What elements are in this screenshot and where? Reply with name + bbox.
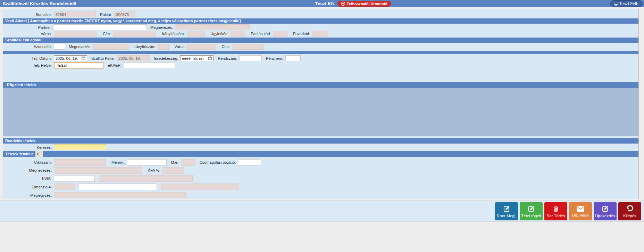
exit-button[interactable]: Kilépés bbox=[618, 202, 641, 220]
ship-megnevezes-field bbox=[93, 44, 129, 50]
customer-address-row: Város: Cím: Irányítószám: Ügyletkód: Par… bbox=[3, 31, 638, 37]
fuvarkod-label: Fuvarkód: bbox=[293, 32, 310, 36]
raktar-field bbox=[114, 11, 135, 17]
telj-helye-label: Telj. Helye: bbox=[3, 63, 52, 67]
item-entry-header: Tételek felvitele 0 bbox=[3, 151, 638, 157]
csomagolasi-label: Csomagolási pozíció: bbox=[200, 160, 236, 164]
esedekesseg-label: Esedékesség: bbox=[154, 56, 178, 60]
edit-icon bbox=[527, 205, 535, 213]
megjegyzes-field bbox=[54, 192, 186, 198]
kereses-label: Keresés: bbox=[3, 145, 52, 149]
partner-label: Partner: bbox=[3, 25, 52, 30]
edit-icon bbox=[601, 205, 609, 213]
plus-circle-icon bbox=[341, 1, 345, 6]
kvis-label: KVIS: bbox=[3, 177, 52, 181]
calendar-icon bbox=[208, 56, 212, 60]
button-label: Biz. vége bbox=[572, 213, 588, 217]
serial-row: Sorszám: Raktár: bbox=[3, 11, 638, 18]
fulfillment-place-row: Telj. Helye: EKAER: bbox=[3, 62, 638, 68]
partner-megnevezes-label: Megnevezés: bbox=[150, 25, 173, 30]
calendar-icon bbox=[82, 56, 85, 60]
szallito-kelte-field bbox=[117, 55, 150, 61]
section-divider bbox=[3, 51, 638, 54]
cikkszam-field bbox=[54, 159, 106, 166]
search-input[interactable] bbox=[54, 144, 106, 150]
ekaer-label: EKAER: bbox=[108, 63, 122, 67]
partner-input[interactable] bbox=[54, 24, 147, 30]
megjegyzes-label: Megjegyzés: bbox=[3, 193, 52, 197]
szallito-kelte-label: Szállító Kelte: bbox=[91, 56, 115, 60]
azonosito-label: Azonosító: bbox=[3, 44, 52, 49]
csomagolasi-input[interactable] bbox=[238, 159, 261, 166]
action-buttons: 5 sor Megj. Tétel rögzít Sor Törlés Biz.… bbox=[495, 202, 641, 220]
me-field bbox=[182, 159, 195, 166]
me-label: M.e.: bbox=[171, 160, 179, 164]
menny-label: Menny.: bbox=[111, 160, 125, 164]
dimenzio-label: Dimenzio 4: bbox=[3, 185, 52, 189]
ship-cim-label: Cím: bbox=[221, 44, 229, 49]
sorszam-field bbox=[54, 11, 96, 17]
ship-iranyitoszam-label: Irányítószám: bbox=[133, 44, 156, 49]
telj-datum-value: 2025. 06. 19. bbox=[56, 56, 78, 60]
cikkszam-label: Cikkszám: bbox=[3, 160, 52, 164]
paritas-label: Paritás kód: bbox=[251, 32, 271, 36]
edit-icon bbox=[503, 205, 510, 213]
test-user-button[interactable]: Teszt Felh. bbox=[610, 0, 643, 7]
partner-row: Partner: Megnevezés: bbox=[3, 24, 638, 31]
customer-section-header: Vevő Adatai [ Amennyiben a partner mezőn… bbox=[3, 18, 638, 24]
ship-varos-label: Város: bbox=[174, 44, 185, 49]
ekaer-input[interactable] bbox=[124, 62, 175, 68]
partner-megnevezes-field bbox=[175, 24, 250, 30]
telj-datum-input[interactable]: 2025. 06. 19. bbox=[54, 55, 87, 61]
end-document-button[interactable]: Biz. vége bbox=[569, 202, 592, 220]
page: Szállítólevél Készítés Rendelésből Teszt… bbox=[0, 0, 644, 252]
restart-button[interactable]: Újrakezdés bbox=[594, 202, 617, 220]
afa-field bbox=[162, 167, 184, 174]
penznem-input[interactable] bbox=[285, 55, 301, 61]
button-label: Újrakezdés bbox=[595, 214, 615, 218]
delivery-note-form: Sorszám: Raktár: Vevő Adatai [ Amennyibe… bbox=[3, 9, 639, 199]
fuvarkod-field bbox=[312, 31, 328, 37]
ship-cim-field bbox=[232, 44, 264, 50]
afa-label: ÁFA %: bbox=[148, 168, 160, 172]
item-megnevezes-label: Megnevezés: bbox=[3, 168, 52, 172]
item-number-row: Cikkszám: Menny.: M.e.: Csomagolási pozí… bbox=[3, 159, 638, 166]
user-guide-label: Felhasznalói Útmutató bbox=[347, 2, 387, 6]
note-row: Megjegyzés: bbox=[3, 192, 638, 198]
envelope-icon bbox=[576, 206, 585, 212]
sorszam-label: Sorszám: bbox=[3, 13, 52, 17]
search-row: Keresés: bbox=[3, 144, 638, 151]
record-item-button[interactable]: Tétel rögzít bbox=[520, 202, 543, 220]
button-label: Kilépés bbox=[623, 214, 636, 218]
recorded-items-panel bbox=[3, 88, 638, 136]
raktar-label: Raktár: bbox=[100, 13, 112, 17]
item-megnevezes-field bbox=[54, 167, 142, 174]
kvis-input[interactable] bbox=[54, 175, 95, 182]
dimenzio-extra-field bbox=[161, 184, 239, 190]
azonosito-input[interactable] bbox=[54, 44, 65, 50]
cim-label: Cím: bbox=[103, 32, 111, 36]
telj-helye-input[interactable] bbox=[54, 62, 103, 68]
five-row-note-button[interactable]: 5 sor Megj. bbox=[495, 202, 518, 220]
user-guide-button[interactable]: Felhasznalói Útmutató bbox=[337, 1, 391, 7]
menny-input[interactable] bbox=[127, 159, 167, 166]
esedekesseg-input[interactable]: éééé. hh. nn. bbox=[180, 55, 214, 61]
rendszam-input[interactable] bbox=[239, 55, 262, 61]
iranyitoszam-label: Irányítószám: bbox=[162, 32, 185, 36]
delete-row-button[interactable]: Sor Törlés bbox=[544, 202, 567, 220]
cim-field bbox=[113, 31, 156, 37]
ship-megnevezes-label: Megnevezés: bbox=[69, 44, 91, 49]
dimenzio-input[interactable] bbox=[79, 184, 157, 190]
company-name: Teszt Kft. bbox=[315, 1, 335, 6]
item-entry-header-label: Tételek felvitele bbox=[5, 151, 34, 157]
dimenzio-code-field bbox=[54, 184, 75, 190]
monitor-icon bbox=[613, 1, 619, 6]
recorded-items-header: Rögzített tételek bbox=[3, 82, 638, 88]
item-name-row: Megnevezés: ÁFA %: bbox=[3, 167, 638, 174]
kvis-extra-field bbox=[99, 175, 193, 182]
undo-icon bbox=[626, 205, 634, 213]
varos-field bbox=[54, 31, 97, 37]
iranyitoszam-field bbox=[187, 31, 205, 37]
test-user-label: Teszt Felh. bbox=[619, 1, 639, 6]
kvis-row: KVIS: bbox=[3, 175, 638, 182]
